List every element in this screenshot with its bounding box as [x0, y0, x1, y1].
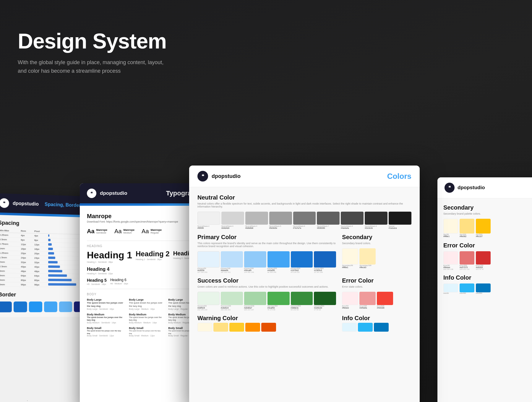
success-swatch-800: Success/800 #1b5e20 27 94 32 [314, 292, 336, 311]
error-swatch-2: Error/200 #ef9a9a [359, 292, 376, 309]
secondary-card: ❝ dpopstudio Secondary Secondary brand p… [437, 177, 532, 402]
info-swatch-1 [342, 323, 357, 332]
font-aa-medium: Aa [114, 228, 121, 235]
body-large-meta-1: Body Large · Semibold · 16px [87, 308, 124, 310]
border-swatch-2 [14, 302, 27, 312]
heading-section-label: Heading [87, 244, 203, 248]
error-swatches: Error/50 #ffebee Error/200 #ef9a9a Error… [342, 292, 411, 309]
headings-row-2: Heading 5 H5 · Semibold · 18px Heading 6… [87, 278, 203, 285]
primary-col: Primary Color This colors represent the … [197, 234, 336, 273]
body-small-label-1: Body Small [87, 327, 124, 330]
error-right-swatches: Error/50 #ffebee 255 235 238 Error/300 #… [443, 251, 532, 270]
neutral-swatch-9: Neutral #1a1a1a [389, 212, 411, 229]
primary-swatch-600: Primary/600 #1976d2 25 118 210 [291, 251, 313, 273]
secondary-swatch-2: Secondary/100 #ffecb3 [359, 248, 376, 268]
neutral-swatch-7: Neutral/black-8 #4a4a4a [341, 212, 364, 229]
err-swatch-1: Error/50 #ffebee 255 235 238 [443, 251, 458, 270]
font-name-medium: Manrope [124, 228, 135, 231]
heading-2-item: Heading 2 Heading 2 · Semibold · 36px [136, 250, 170, 263]
info-col: Info Color [342, 315, 411, 332]
error-swatch-1: Error/50 #ffebee [342, 292, 358, 309]
body-medium-medium: Body Medium The quick brown fox jumps ov… [129, 313, 163, 324]
warning-swatch-5 [261, 323, 276, 332]
warning-swatch-4 [245, 323, 260, 332]
font-sample-medium: Aa Manrope Medium [114, 228, 134, 235]
success-swatch-600: Success/600 #388e3c 56 142 60 [291, 292, 313, 311]
heading-5-meta: H5 · Semibold · 18px [87, 283, 107, 285]
body-medium-row: Body Medium The quick brown fox jumps ov… [87, 313, 203, 324]
body-small-meta-1: Body Small · Semibold · 12px [87, 335, 124, 337]
body-small-row: Body Small The quick brown fox jumps ove… [87, 327, 203, 337]
font-samples: Aa Manrope Semibold Aa Manrope Medium Aa [87, 228, 203, 235]
sec-swatch-1: Sec/50 #fff8e1 [443, 219, 458, 237]
secondary-col: Secondary Secondary brand colors. Second… [342, 234, 411, 273]
warning-swatch-1 [197, 323, 212, 332]
spacing-card-logo: ❝ [0, 198, 9, 208]
success-swatch-50: Success/50 #e8f5e9 232 245 233 [197, 292, 220, 311]
body-large-label-2: Body Large [129, 298, 163, 301]
primary-color-title: Primary Color [197, 234, 336, 241]
secondary-color-swatches: Sec/50 #fff8e1 Sec/200 #ffe082 Sec/500 #… [443, 219, 532, 237]
warning-swatches [197, 323, 336, 332]
body-medium-text-1: The quick brown fox jumps over the lazy … [87, 316, 124, 322]
colors-card-body: Neutral Color Neutral colors offer a fle… [189, 187, 420, 339]
page-subtitle: With the global style guide in place, ma… [18, 58, 171, 75]
secondary-logo: ❝ [445, 183, 455, 193]
secondary-card-body: Secondary Secondary brand palette colors… [437, 198, 532, 300]
page-title: Design System [18, 30, 171, 53]
body-small-meta-2: Body Small · Medium · 12px [129, 335, 163, 337]
info-swatch-b: Info/400 [460, 283, 474, 294]
body-large-row: Body Large The quick brown fox jumps ove… [87, 298, 203, 310]
secondary-color-title: Secondary [342, 234, 411, 241]
neutral-swatch-3: Neutral/black-4 #b8b8b8 [245, 212, 268, 229]
neutral-swatch-8: Neutral/black-9 #2e2e2e [365, 212, 387, 229]
divider-1 [87, 241, 203, 241]
neutral-swatch-4: Neutral/black-5 #9e9e9e [269, 212, 292, 229]
error-swatch-3: Error/500 #f44336 [377, 292, 393, 309]
border-swatch-1 [0, 302, 12, 312]
secondary-section-desc: Secondary brand palette colors. [443, 212, 532, 215]
neutral-swatch-6: Neutral/black-7 #606060 [317, 212, 340, 229]
success-swatches: Success/50 #e8f5e9 232 245 233 Success/1… [197, 292, 336, 311]
warning-col: Warning Color [197, 315, 336, 332]
body-medium-text-2: The quick brown fox jumps over the lazy … [129, 316, 163, 322]
body-large-text-2: The quick brown fox jumps over the lazy … [129, 301, 163, 308]
spacing-card-title: dpopstudio [13, 201, 39, 207]
primary-swatch-800: Primary/800 #1565c0 21 101 192 [314, 251, 336, 273]
warning-info-row: Warning Color Info Color [197, 315, 411, 332]
heading-1-item: Heading 1 Heading 1 · Semibold · 48px [87, 250, 132, 263]
heading-6-text: Heading 6 [110, 278, 128, 282]
info-section-title: Info Color [443, 274, 532, 281]
body-small-text-2: The quick brown fox jumps over the lazy … [129, 330, 163, 335]
err-swatch-2: Error/300 #e57373 229 115 115 [460, 251, 474, 270]
primary-swatch-100: Primary/100 #bbdefb 187 222 251 [221, 251, 243, 273]
secondary-header-left: ❝ dpopstudio [445, 183, 485, 193]
body-medium-semibold: Body Medium The quick brown fox jumps ov… [87, 313, 124, 324]
headings-row: Heading 1 Heading 1 · Semibold · 48px He… [87, 250, 203, 275]
font-url: Download Font: https://fonts.google.com/… [87, 220, 203, 223]
secondary-swatch-1: Secondary/50 #fff8e1 [342, 248, 358, 268]
body-large-semibold: Body Large The quick brown fox jumps ove… [87, 298, 124, 310]
warning-swatch-3 [229, 323, 244, 332]
body-medium-meta-2: Body Medium · Medium · 14px [129, 322, 163, 324]
col-header-pixel: Pixel [33, 229, 47, 234]
font-weight-medium: Medium [124, 231, 135, 234]
font-weight-semibold: Semibold [96, 231, 108, 234]
body-large-label-1: Body Large [87, 298, 124, 301]
font-name: Manrope [87, 213, 203, 220]
primary-swatches: Primary/50 #e3f2fd 227 242 253 Primary/1… [197, 251, 336, 273]
heading-6-item: Heading 6 H6 · Medium · 16px [110, 278, 128, 285]
sec-swatch-2: Sec/200 #ffe082 [460, 219, 474, 237]
body-section-label: Body [87, 293, 203, 296]
primary-swatch-50: Primary/50 #e3f2fd 227 242 253 [197, 251, 220, 273]
colors-card: ❝ dpopstudio Colors Neutral Color Neutra… [189, 166, 420, 402]
heading-2-text: Heading 2 [136, 250, 170, 258]
font-sample-semibold: Aa Manrope Semibold [87, 228, 107, 235]
secondary-section-title: Secondary [443, 204, 532, 211]
info-color-title: Info Color [342, 315, 411, 322]
success-swatch-100: Success/100 #c8e6c9 200 230 201 [221, 292, 243, 311]
font-aa-regular: Aa [142, 228, 149, 235]
heading-1-text: Heading 1 [87, 250, 132, 260]
primary-secondary-row: Primary Color This colors represent the … [197, 234, 411, 273]
success-color-title: Success Color [197, 277, 336, 284]
